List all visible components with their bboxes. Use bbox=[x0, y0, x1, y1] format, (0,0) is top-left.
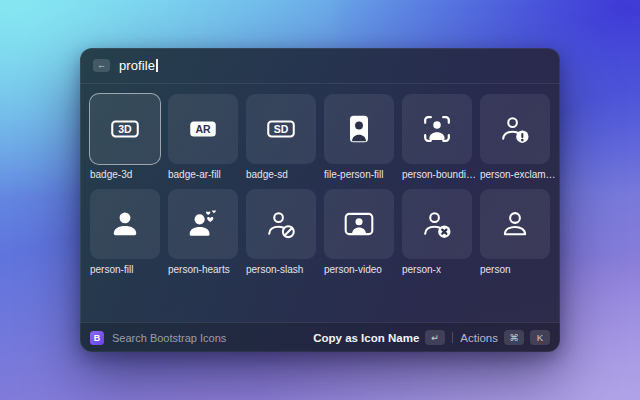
icon-result-badge-3d[interactable]: 3D badge-3d bbox=[90, 94, 160, 180]
actions-button[interactable]: Actions ⌘ K bbox=[460, 330, 550, 345]
person-x-icon bbox=[422, 209, 452, 239]
icon-result-label: person-hearts bbox=[168, 264, 244, 275]
icon-result-label: person bbox=[480, 264, 556, 275]
tile bbox=[480, 189, 550, 259]
tile bbox=[246, 189, 316, 259]
icon-result-label: person-fill bbox=[90, 264, 166, 275]
tile: SD bbox=[246, 94, 316, 164]
selected-tile: 3D bbox=[90, 94, 160, 164]
person-bounding-box-icon bbox=[422, 114, 452, 144]
cmd-key-badge: ⌘ bbox=[504, 330, 524, 345]
icon-result-label: file-person-fill bbox=[324, 169, 400, 180]
tile: AR bbox=[168, 94, 238, 164]
icon-result-label: person-bounding-box bbox=[402, 169, 478, 180]
tile bbox=[402, 94, 472, 164]
icon-result-label: badge-sd bbox=[246, 169, 322, 180]
file-person-fill-icon bbox=[344, 114, 374, 144]
icon-result-person-bounding-box[interactable]: person-bounding-box bbox=[402, 94, 472, 180]
icon-result-badge-sd[interactable]: SD badge-sd bbox=[246, 94, 316, 180]
icon-result-person-exclamation[interactable]: person-exclamation bbox=[480, 94, 550, 180]
desktop-background: ← profile 3D badge-3d bbox=[0, 0, 640, 400]
search-value: profile bbox=[119, 58, 155, 73]
svg-text:3D: 3D bbox=[118, 123, 132, 135]
tile bbox=[168, 189, 238, 259]
footer-divider bbox=[452, 332, 453, 343]
badge-3d-icon: 3D bbox=[110, 114, 140, 144]
search-header: ← profile bbox=[80, 48, 560, 84]
icon-result-person-x[interactable]: person-x bbox=[402, 189, 472, 275]
bootstrap-logo-icon: B bbox=[90, 331, 104, 345]
person-fill-icon bbox=[110, 209, 140, 239]
icon-result-label: person-slash bbox=[246, 264, 322, 275]
tile bbox=[324, 94, 394, 164]
copy-as-icon-name-button[interactable]: Copy as Icon Name ↵ bbox=[313, 330, 445, 345]
footer: B Search Bootstrap Icons Copy as Icon Na… bbox=[80, 322, 560, 352]
icon-result-label: person-video bbox=[324, 264, 400, 275]
person-video-icon bbox=[344, 209, 374, 239]
person-hearts-icon bbox=[188, 209, 218, 239]
icon-result-label: badge-ar-fill bbox=[168, 169, 244, 180]
svg-text:AR: AR bbox=[195, 123, 211, 135]
icon-result-label: badge-3d bbox=[90, 169, 166, 180]
svg-text:SD: SD bbox=[274, 123, 289, 135]
person-icon bbox=[500, 209, 530, 239]
footer-actions: Copy as Icon Name ↵ Actions ⌘ K bbox=[313, 330, 550, 345]
tile bbox=[402, 189, 472, 259]
back-button[interactable]: ← bbox=[93, 59, 110, 72]
text-caret bbox=[156, 59, 158, 72]
tile bbox=[90, 189, 160, 259]
person-slash-icon bbox=[266, 209, 296, 239]
person-exclamation-icon bbox=[500, 114, 530, 144]
icon-result-badge-ar-fill[interactable]: AR badge-ar-fill bbox=[168, 94, 238, 180]
arrow-left-icon: ← bbox=[97, 61, 106, 70]
badge-sd-icon: SD bbox=[266, 114, 296, 144]
primary-action-label: Copy as Icon Name bbox=[313, 332, 419, 344]
icon-result-label: person-exclamation bbox=[480, 169, 556, 180]
k-key-badge: K bbox=[530, 330, 550, 345]
icon-result-person[interactable]: person bbox=[480, 189, 550, 275]
icon-result-label: person-x bbox=[402, 264, 478, 275]
actions-label: Actions bbox=[460, 332, 498, 344]
extension-name: Search Bootstrap Icons bbox=[112, 332, 226, 344]
icon-result-file-person-fill[interactable]: file-person-fill bbox=[324, 94, 394, 180]
tile bbox=[324, 189, 394, 259]
results-grid: 3D badge-3d AR badge-ar-fill bbox=[80, 84, 560, 322]
icon-result-person-video[interactable]: person-video bbox=[324, 189, 394, 275]
icon-search-palette-window: ← profile 3D badge-3d bbox=[80, 48, 560, 352]
icon-result-person-hearts[interactable]: person-hearts bbox=[168, 189, 238, 275]
enter-key-badge: ↵ bbox=[425, 330, 445, 345]
search-input[interactable]: profile bbox=[119, 48, 547, 83]
icon-result-person-fill[interactable]: person-fill bbox=[90, 189, 160, 275]
badge-ar-fill-icon: AR bbox=[188, 114, 218, 144]
icon-result-person-slash[interactable]: person-slash bbox=[246, 189, 316, 275]
tile bbox=[480, 94, 550, 164]
